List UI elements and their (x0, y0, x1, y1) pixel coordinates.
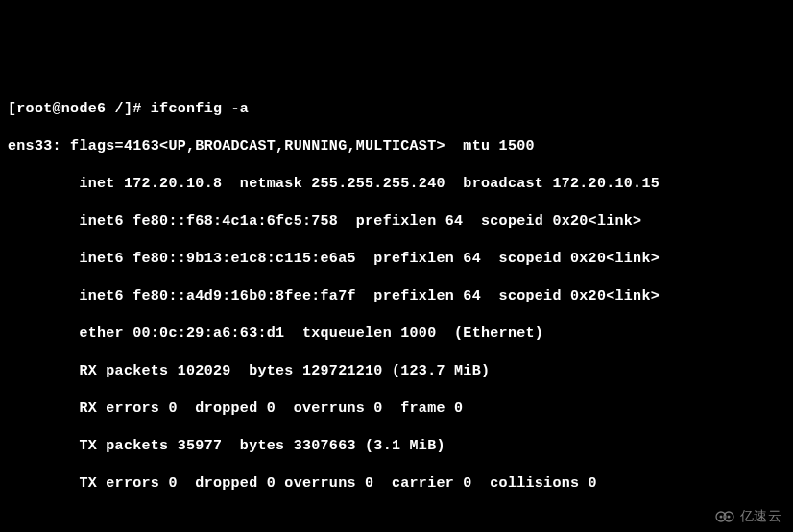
cloud-icon (715, 509, 736, 522)
command-prompt[interactable]: [root@node6 /]# ifconfig -a (8, 100, 785, 119)
blank-line (8, 512, 785, 531)
terminal-output: [root@node6 /]# ifconfig -a ens33: flags… (8, 81, 785, 532)
svg-point-3 (728, 515, 731, 518)
iface-ens33-inet6-1: inet6 fe80::f68:4c1a:6fc5:758 prefixlen … (8, 212, 785, 231)
watermark-text: 亿速云 (740, 507, 781, 524)
iface-ens33-inet6-2: inet6 fe80::9b13:e1c8:c115:e6a5 prefixle… (8, 250, 785, 269)
iface-ens33-ether: ether 00:0c:29:a6:63:d1 txqueuelen 1000 … (8, 325, 785, 344)
iface-ens33-inet6-3: inet6 fe80::a4d9:16b0:8fee:fa7f prefixle… (8, 287, 785, 306)
svg-point-2 (720, 515, 723, 518)
iface-ens33-rx-packets: RX packets 102029 bytes 129721210 (123.7… (8, 362, 785, 381)
iface-ens33-tx-packets: TX packets 35977 bytes 3307663 (3.1 MiB) (8, 437, 785, 456)
iface-ens33-tx-errors: TX errors 0 dropped 0 overruns 0 carrier… (8, 474, 785, 494)
iface-ens33-header: ens33: flags=4163<UP,BROADCAST,RUNNING,M… (8, 137, 785, 157)
watermark: 亿速云 (715, 507, 781, 524)
iface-ens33-rx-errors: RX errors 0 dropped 0 overruns 0 frame 0 (8, 399, 785, 419)
iface-ens33-inet: inet 172.20.10.8 netmask 255.255.255.240… (8, 175, 785, 194)
